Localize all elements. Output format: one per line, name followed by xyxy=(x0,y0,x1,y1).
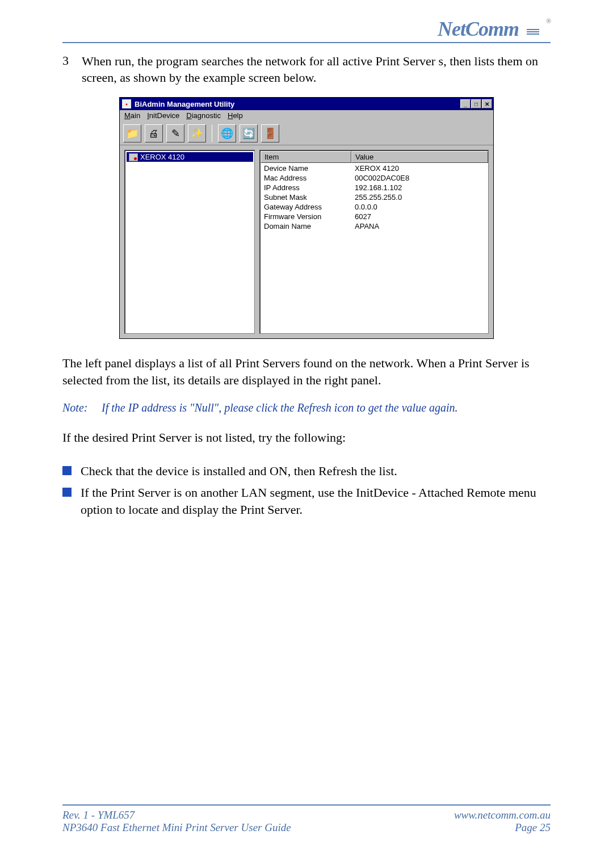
toolbar: 📁 🖨 ✎ ✨ 🌐 🔄 🚪 xyxy=(120,122,493,145)
logo-text: NetComm xyxy=(438,18,519,40)
maximize-button[interactable]: □ xyxy=(471,99,481,108)
detail-value: 0.0.0.0 xyxy=(351,203,488,212)
close-button[interactable]: ✕ xyxy=(482,99,492,108)
detail-value: 00C002DAC0E8 xyxy=(351,174,488,183)
device-name: XEROX 4120 xyxy=(140,153,184,161)
logo: NetComm ® xyxy=(438,17,551,41)
paragraph-1: The left panel displays a list of all Pr… xyxy=(62,355,551,388)
app-window: ▪ BiAdmin Management Utility _ □ ✕ Main … xyxy=(119,97,494,339)
detail-item: Device Name xyxy=(261,164,351,174)
detail-row[interactable]: Gateway Address0.0.0.0 xyxy=(261,203,488,212)
toolbar-btn-5[interactable]: 🌐 xyxy=(218,124,236,142)
detail-row[interactable]: Subnet Mask255.255.255.0 xyxy=(261,193,488,203)
detail-value: 255.255.255.0 xyxy=(351,193,488,203)
detail-row[interactable]: IP Address192.168.1.102 xyxy=(261,183,488,193)
detail-item: IP Address xyxy=(261,183,351,193)
bullet-item: If the Print Server is on another LAN se… xyxy=(62,484,551,518)
app-icon: ▪ xyxy=(122,99,131,108)
footer-url: www.netcomm.com.au xyxy=(454,809,551,821)
bullet-text: Check that the device is installed and O… xyxy=(81,463,397,480)
menu-diagnostic[interactable]: Diagnostic xyxy=(186,111,221,120)
detail-row[interactable]: Domain NameAPANA xyxy=(261,222,488,232)
bullet-list: Check that the device is installed and O… xyxy=(62,463,551,522)
note-text: If the IP address is "Null", please clic… xyxy=(102,401,458,414)
toolbar-btn-exit[interactable]: 🚪 xyxy=(261,124,279,142)
step-intro: 3 When run, the program searches the net… xyxy=(62,53,551,86)
footer-rev: Rev. 1 - YML657 xyxy=(62,809,291,821)
note-label: Note: xyxy=(62,401,99,414)
paragraph-2: If the desired Print Server is not liste… xyxy=(62,429,551,446)
detail-item: Firmware Version xyxy=(261,212,351,222)
detail-value: APANA xyxy=(351,222,488,232)
detail-rows: Device NameXEROX 4120Mac Address00C002DA… xyxy=(261,163,488,232)
detail-item: Gateway Address xyxy=(261,203,351,212)
detail-row[interactable]: Firmware Version6027 xyxy=(261,212,488,222)
detail-value: XEROX 4120 xyxy=(351,164,488,174)
note: Note: If the IP address is "Null", pleas… xyxy=(62,401,551,414)
minimize-button[interactable]: _ xyxy=(460,99,471,108)
reg-mark: ® xyxy=(546,17,551,25)
detail-row[interactable]: Mac Address00C002DAC0E8 xyxy=(261,174,488,183)
detail-value: 6027 xyxy=(351,212,488,222)
right-pane: Item Value Device NameXEROX 4120Mac Addr… xyxy=(259,150,489,334)
page-header: NetComm ® xyxy=(62,17,551,43)
menubar: Main InitDevice Diagnostic Help xyxy=(120,110,493,122)
toolbar-btn-1[interactable]: 📁 xyxy=(123,124,141,142)
toolbar-btn-2[interactable]: 🖨 xyxy=(145,124,163,142)
logo-accent-lines xyxy=(527,28,539,36)
col-value[interactable]: Value xyxy=(351,151,488,163)
bullet-glyph xyxy=(62,466,72,475)
printer-icon xyxy=(129,153,138,161)
toolbar-btn-4[interactable]: ✨ xyxy=(188,124,206,142)
detail-item: Subnet Mask xyxy=(261,193,351,203)
detail-value: 192.168.1.102 xyxy=(351,183,488,193)
device-list-item[interactable]: XEROX 4120 xyxy=(127,152,253,162)
footer-guide: NP3640 Fast Ethernet Mini Print Server U… xyxy=(62,821,291,834)
menu-help[interactable]: Help xyxy=(228,111,243,120)
footer: Rev. 1 - YML657 NP3640 Fast Ethernet Min… xyxy=(62,804,551,834)
detail-item: Domain Name xyxy=(261,222,351,232)
toolbar-btn-refresh[interactable]: 🔄 xyxy=(240,124,258,142)
bullet-text: If the Print Server is on another LAN se… xyxy=(81,484,551,518)
right-columns: Item Value xyxy=(261,151,488,163)
window-title: BiAdmin Management Utility xyxy=(135,100,460,108)
footer-page: Page 25 xyxy=(454,821,551,834)
detail-row[interactable]: Device NameXEROX 4120 xyxy=(261,164,488,174)
left-pane[interactable]: XEROX 4120 xyxy=(124,150,255,334)
bullet-glyph xyxy=(62,488,72,497)
menu-initdevice[interactable]: InitDevice xyxy=(147,111,179,120)
titlebar: ▪ BiAdmin Management Utility _ □ ✕ xyxy=(120,98,493,110)
detail-item: Mac Address xyxy=(261,174,351,183)
toolbar-btn-3[interactable]: ✎ xyxy=(166,124,184,142)
toolbar-separator xyxy=(212,125,212,142)
bullet-item: Check that the device is installed and O… xyxy=(62,463,551,480)
step-number: 3 xyxy=(62,53,72,86)
step-text: When run, the program searches the netwo… xyxy=(82,53,551,86)
col-item[interactable]: Item xyxy=(261,151,351,163)
menu-main[interactable]: Main xyxy=(124,111,140,120)
